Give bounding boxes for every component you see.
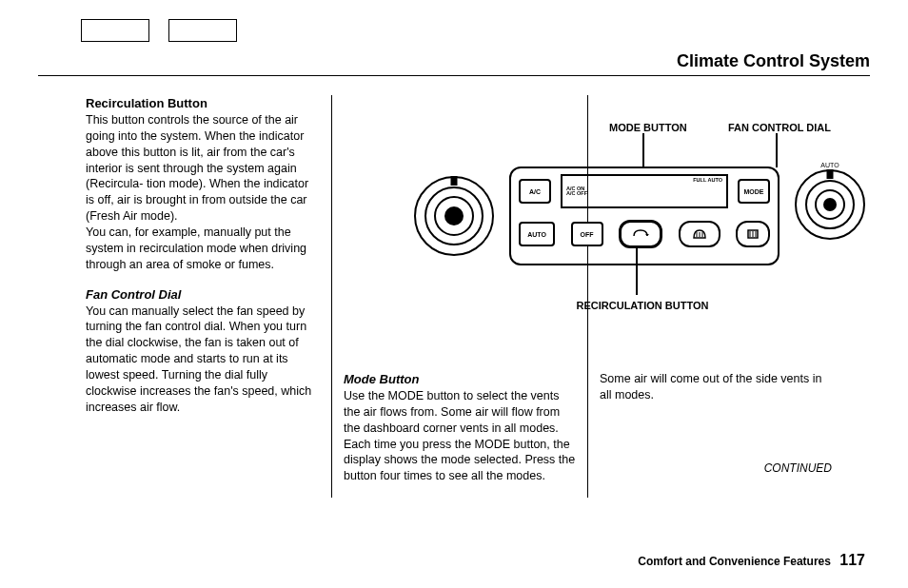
mode-heading: Mode Button bbox=[344, 372, 419, 386]
defrost-rear-icon bbox=[746, 228, 760, 240]
side-vents-para: Some air will come out of the side vents… bbox=[600, 371, 832, 403]
fan-arc-label: AUTO bbox=[797, 162, 863, 168]
control-unit: A/C A/C ON A/C OFF FULL AUTO MODE AUTO O… bbox=[509, 167, 780, 265]
defrost-front-button bbox=[679, 221, 720, 247]
label-recirc-button: RECIRCULATION BUTTON bbox=[376, 300, 908, 311]
mode-para: Use the MODE button to select the vents … bbox=[344, 389, 575, 482]
page-title: Climate Control System bbox=[38, 51, 870, 71]
page-footer: Comfort and Convenience Features 117 bbox=[638, 552, 865, 569]
label-mode-button: MODE BUTTON bbox=[609, 122, 687, 133]
recirc-heading: Recirculation Button bbox=[86, 96, 207, 110]
mode-button: MODE bbox=[738, 179, 770, 204]
recirc-para-1b: You can, for example, manually put the s… bbox=[86, 225, 306, 271]
ac-button: A/C bbox=[519, 179, 551, 204]
temperature-dial bbox=[414, 176, 494, 256]
footer-page-number: 117 bbox=[839, 552, 865, 568]
recirculation-button bbox=[619, 220, 662, 248]
recirc-para-1: This button controls the source of the a… bbox=[86, 113, 308, 223]
fan-heading: Fan Control Dial bbox=[86, 287, 181, 302]
fan-control-dial: AUTO bbox=[795, 169, 865, 240]
climate-control-diagram: MODE BUTTON FAN CONTROL DIAL RECIRCULATI… bbox=[376, 95, 908, 366]
label-fan-dial: FAN CONTROL DIAL bbox=[728, 122, 831, 133]
title-rule bbox=[38, 75, 870, 76]
continued-label: CONTINUED bbox=[600, 461, 832, 476]
defrost-rear-button bbox=[736, 221, 770, 247]
off-button: OFF bbox=[571, 222, 603, 246]
auto-button: AUTO bbox=[519, 222, 555, 246]
footer-section: Comfort and Convenience Features bbox=[638, 555, 831, 568]
display-screen: A/C ON A/C OFF FULL AUTO bbox=[561, 174, 728, 208]
nav-box-1[interactable] bbox=[81, 19, 149, 42]
nav-box-2[interactable] bbox=[168, 19, 237, 42]
column-1: Recirculation Button This button control… bbox=[38, 95, 332, 498]
fan-para: You can manually select the fan speed by… bbox=[86, 304, 311, 414]
recirc-icon bbox=[632, 228, 649, 240]
defrost-front-icon bbox=[692, 228, 707, 240]
